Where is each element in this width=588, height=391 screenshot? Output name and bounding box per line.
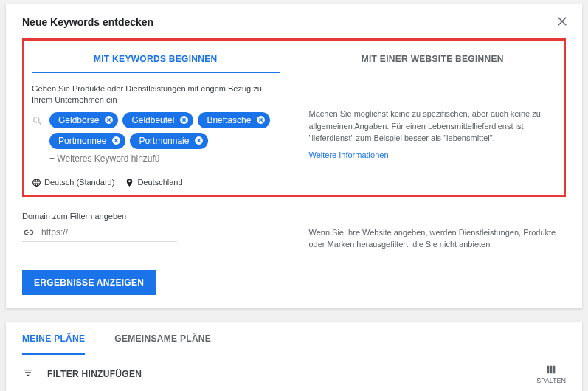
tab-shared-plans[interactable]: GEMEINSAME PLÄNE (114, 322, 211, 355)
remove-chip-icon[interactable] (111, 136, 121, 146)
tab-my-plans[interactable]: MEINE PLÄNE (22, 322, 85, 355)
keyword-chip[interactable]: Geldbörse (49, 112, 118, 128)
add-keyword-input[interactable]: + Weiteres Keyword hinzufü (49, 153, 160, 164)
plans-panel: MEINE PLÄNE GEMEINSAME PLÄNE FILTER HINZ… (6, 322, 582, 391)
columns-button[interactable]: SPALTEN (536, 364, 566, 384)
add-filter-button[interactable]: FILTER HINZUFÜGEN (47, 369, 536, 379)
remove-chip-icon[interactable] (255, 115, 266, 125)
columns-icon (545, 364, 557, 376)
location-selector[interactable]: Deutschland (125, 178, 182, 187)
domain-help-text: Wenn Sie Ihre Website angeben, werden Di… (309, 212, 567, 251)
keyword-chip[interactable]: Brieftasche (198, 112, 270, 128)
tips-text: Machen Sie möglichst keine zu spezifisch… (309, 108, 557, 161)
keyword-chip[interactable]: Geldbeutel (122, 112, 193, 128)
keyword-instructions: Geben Sie Produkte oder Dienstleistungen… (32, 83, 280, 106)
tab-start-with-website[interactable]: MIT EINER WEBSITE BEGINNEN (309, 46, 557, 72)
remove-chip-icon[interactable] (193, 136, 204, 146)
discover-keywords-modal: Neue Keywords entdecken MIT KEYWORDS BEG… (6, 4, 582, 308)
tab-start-with-keywords[interactable]: MIT KEYWORDS BEGINNEN (32, 46, 280, 73)
more-info-link[interactable]: Weitere Informationen (309, 149, 389, 162)
location-icon (125, 178, 134, 187)
keyword-chip[interactable]: Portmonnee (49, 133, 125, 149)
globe-icon (32, 178, 41, 187)
close-icon[interactable] (556, 15, 569, 30)
remove-chip-icon[interactable] (103, 115, 114, 125)
search-icon (32, 112, 44, 129)
remove-chip-icon[interactable] (179, 115, 189, 125)
link-icon (22, 226, 34, 238)
keyword-chip[interactable]: Portmonnaie (130, 133, 208, 149)
domain-input[interactable] (41, 227, 177, 238)
keyword-chips[interactable]: Geldbörse Geldbeutel Brieftasche Portmon… (49, 112, 280, 170)
modal-title: Neue Keywords entdecken (22, 16, 566, 28)
highlight-box: MIT KEYWORDS BEGINNEN Geben Sie Produkte… (22, 38, 566, 197)
show-results-button[interactable]: ERGEBNISSE ANZEIGEN (22, 270, 156, 295)
domain-label: Domain zum Filtern angeben (22, 212, 280, 221)
language-selector[interactable]: Deutsch (Standard) (32, 178, 114, 187)
filter-icon[interactable] (22, 367, 34, 381)
